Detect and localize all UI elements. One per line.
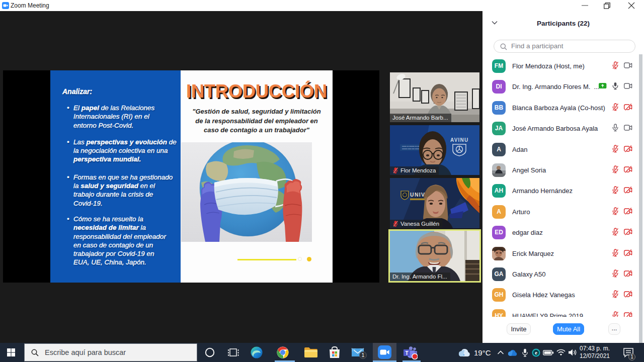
svg-text:T: T <box>405 350 408 356</box>
svg-text:e: e <box>535 349 537 355</box>
svg-text:AVINU: AVINU <box>450 137 468 143</box>
